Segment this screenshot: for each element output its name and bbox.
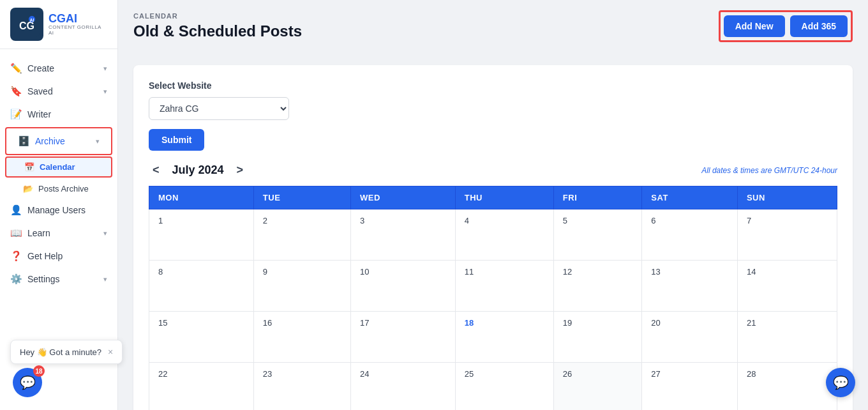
calendar-icon: 📅 [24,162,34,172]
sidebar-item-label: Create [27,63,54,73]
calendar-day[interactable]: 23 [253,363,350,411]
calendar-week-3: 15161718192021 [149,312,837,363]
create-icon: ✏️ [10,63,22,74]
calendar-week-1: 1234567 [149,209,837,261]
calendar-day[interactable]: 3 [350,209,455,261]
col-wed: WED [350,186,455,209]
prev-month-button[interactable]: < [149,162,163,178]
content-area: Select Website Zahra CG Submit < July 20… [118,52,868,410]
day-number: 2 [263,216,267,225]
day-number: 17 [360,318,369,328]
manage-users-icon: 👤 [10,204,22,216]
calendar-day[interactable]: 27 [642,363,738,411]
submit-button[interactable]: Submit [149,129,204,151]
next-month-button[interactable]: > [233,162,248,178]
calendar-day[interactable]: 1 [149,209,254,261]
day-number: 21 [747,318,756,328]
get-help-icon: ❓ [10,250,22,262]
website-select[interactable]: Zahra CG [149,97,289,120]
calendar-day[interactable]: 28 [737,363,837,411]
calendar-day[interactable]: 6 [642,209,738,261]
sidebar-item-label: Manage Users [27,205,86,215]
sidebar-item-label: Saved [27,86,53,96]
posts-archive-icon: 📂 [23,184,33,194]
saved-icon: 🔖 [10,86,22,97]
calendar-day[interactable]: 5 [553,209,642,261]
day-number: 5 [563,216,567,225]
calendar-day[interactable]: 16 [253,312,350,363]
chat-icon: 💬 [20,375,36,390]
calendar-day[interactable]: 12 [553,261,642,312]
support-chat-button[interactable]: 💬 [826,368,855,397]
sidebar-item-saved[interactable]: 🔖 Saved ▾ [0,80,117,103]
select-website-label: Select Website [149,80,837,91]
sidebar-item-create[interactable]: ✏️ Create ▾ [0,57,117,80]
col-fri: FRI [553,186,642,209]
calendar-day[interactable]: 2 [253,209,350,261]
sidebar-sub-label: Posts Archive [38,184,89,194]
day-number: 28 [747,369,756,379]
calendar-day[interactable]: 18 [455,312,553,363]
chevron-up-icon: ▾ [96,137,100,146]
calendar-day[interactable]: 14 [737,261,837,312]
calendar-week-4: 22232425262728 [149,363,837,411]
calendar-table: MON TUE WED THU FRI SAT SUN 123456789101… [149,186,837,410]
settings-icon: ⚙️ [10,273,22,285]
logo: CG AI CGAI CONTENT GORILLA AI [0,0,117,49]
day-number: 10 [360,267,369,277]
logo-text: CGAI [49,13,107,24]
day-number: 9 [263,267,267,277]
add-new-button[interactable]: Add New [724,15,785,37]
sidebar-item-learn[interactable]: 📖 Learn ▾ [0,222,117,245]
sidebar-item-settings[interactable]: ⚙️ Settings ▾ [0,268,117,291]
sidebar-item-manage-users[interactable]: 👤 Manage Users [0,199,117,222]
sidebar-item-label: Writer [27,109,51,119]
calendar-day[interactable]: 22 [149,363,254,411]
calendar-day[interactable]: 25 [455,363,553,411]
calendar-week-2: 891011121314 [149,261,837,312]
sidebar-item-archive[interactable]: 🗄️ Archive ▾ [8,130,110,153]
day-number: 6 [651,216,655,225]
calendar-day[interactable]: 11 [455,261,553,312]
day-number: 27 [651,369,660,379]
logo-sub: CONTENT GORILLA AI [49,24,107,36]
sidebar-item-label: Learn [27,228,50,238]
logo-icon: CG AI [10,8,43,41]
calendar-day[interactable]: 8 [149,261,254,312]
calendar-day[interactable]: 7 [737,209,837,261]
col-thu: THU [455,186,553,209]
day-number: 3 [360,216,364,225]
sidebar-sub-label: Calendar [40,162,75,172]
sidebar-item-get-help[interactable]: ❓ Get Help [0,245,117,268]
day-number: 26 [563,369,572,379]
sidebar-item-label: Settings [27,274,60,284]
sidebar-item-calendar[interactable]: 📅 Calendar [6,158,111,176]
calendar-day[interactable]: 24 [350,363,455,411]
calendar-day[interactable]: 9 [253,261,350,312]
support-chat-icon: 💬 [833,375,849,390]
calendar-day[interactable]: 4 [455,209,553,261]
sidebar-item-label: Archive [35,136,65,146]
calendar-day[interactable]: 17 [350,312,455,363]
calendar-day[interactable]: 19 [553,312,642,363]
calendar-day[interactable]: 15 [149,312,254,363]
day-number: 23 [263,369,272,379]
day-number: 12 [563,267,572,277]
add-365-button[interactable]: Add 365 [790,15,848,37]
calendar-day[interactable]: 21 [737,312,837,363]
day-number: 13 [651,267,660,277]
chat-close-button[interactable]: × [108,347,113,357]
calendar-day[interactable]: 26 [553,363,642,411]
calendar-day[interactable]: 13 [642,261,738,312]
calendar-day[interactable]: 20 [642,312,738,363]
chevron-down-icon: ▾ [103,87,107,96]
col-sun: SUN [737,186,837,209]
sidebar-item-posts-archive[interactable]: 📂 Posts Archive [0,179,117,199]
calendar-day[interactable]: 10 [350,261,455,312]
day-number: 7 [747,216,751,225]
col-mon: MON [149,186,254,209]
day-number: 4 [465,216,469,225]
chat-bubble-button[interactable]: 💬 18 [13,368,42,397]
sidebar-item-writer[interactable]: 📝 Writer [0,103,117,126]
calendar-header-row: MON TUE WED THU FRI SAT SUN [149,186,837,209]
